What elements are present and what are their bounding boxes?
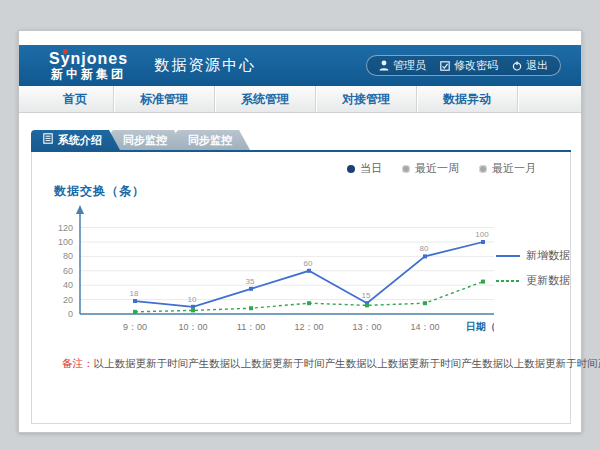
data-point [423, 254, 427, 258]
document-icon [43, 130, 53, 150]
data-point [133, 299, 137, 303]
y-tick-label: 0 [68, 309, 73, 319]
logo-text: Synjones [49, 51, 128, 68]
legend-item-update-data: 更新数据 [496, 273, 570, 288]
legend-line-solid-icon [496, 253, 520, 259]
data-point [307, 301, 311, 305]
footnote-prefix: 备注： [62, 357, 94, 369]
change-password-label: 修改密码 [454, 58, 498, 73]
data-point [249, 287, 253, 291]
legend-label: 更新数据 [526, 273, 570, 288]
chart-row: 0204060801001201810356015801009：0010：001… [50, 202, 570, 347]
chart-panel: 当日 最近一周 最近一月 数据交换（条） 0204060801001201810… [31, 152, 571, 424]
tab-label: 系统介绍 [58, 130, 102, 150]
tab-sync-monitor-2[interactable]: 同步监控 [176, 130, 250, 150]
data-point [481, 240, 485, 244]
filter-label: 当日 [360, 161, 382, 176]
tab-label: 同步监控 [123, 130, 167, 150]
chart-legend: 新增数据 更新数据 [496, 248, 570, 298]
point-label: 15 [362, 291, 371, 300]
footnote: 备注：以上数据更新于时间产生数据以上数据更新于时间产生数据以上数据更新于时间产生… [32, 357, 570, 371]
power-icon [512, 61, 522, 71]
tab-system-intro[interactable]: 系统介绍 [31, 130, 120, 150]
admin-user[interactable]: 管理员 [379, 58, 426, 73]
point-label: 100 [475, 230, 489, 239]
tab-sync-monitor-1[interactable]: 同步监控 [111, 130, 185, 150]
point-label: 80 [420, 244, 429, 253]
data-point [423, 301, 427, 305]
main-nav: 首页 标准管理 系统管理 对接管理 数据异动 [19, 86, 581, 113]
logo: Synjones 新中新集团 [49, 51, 128, 80]
y-tick-label: 80 [63, 251, 73, 261]
time-range-filters: 当日 最近一周 最近一月 [32, 152, 570, 176]
data-point [191, 305, 195, 309]
x-tick-label: 10：00 [178, 322, 207, 332]
footnote-text: 以上数据更新于时间产生数据以上数据更新于时间产生数据以上数据更新于时间产生数据以… [94, 357, 600, 369]
page-title: 数据资源中心 [154, 56, 256, 75]
tab-bar: 系统介绍 同步监控 同步监控 [31, 130, 571, 150]
point-label: 60 [304, 259, 313, 268]
data-point [307, 269, 311, 273]
point-label: 35 [246, 277, 255, 286]
nav-item-connect-mgmt[interactable]: 对接管理 [316, 86, 417, 112]
logout-label: 退出 [526, 58, 548, 73]
filter-last-week[interactable]: 最近一周 [402, 161, 459, 176]
nav-item-home[interactable]: 首页 [37, 86, 114, 112]
filter-today[interactable]: 当日 [347, 161, 382, 176]
y-tick-label: 100 [58, 237, 73, 247]
nav-item-standard-mgmt[interactable]: 标准管理 [114, 86, 215, 112]
app-window: Synjones 新中新集团 数据资源中心 管理员 修改密码 退出 [18, 30, 582, 433]
radio-dot [479, 165, 487, 173]
content-area: 系统介绍 同步监控 同步监控 当日 最近一周 [31, 130, 571, 424]
user-icon [379, 60, 389, 71]
point-label: 10 [188, 295, 197, 304]
admin-label: 管理员 [393, 58, 426, 73]
edit-icon [440, 61, 450, 71]
nav-item-data-change[interactable]: 数据异动 [417, 86, 518, 112]
data-point [249, 306, 253, 310]
data-point [481, 280, 485, 284]
data-point [133, 310, 137, 314]
y-tick-label: 60 [63, 266, 73, 276]
legend-item-new-data: 新增数据 [496, 248, 570, 263]
logout-button[interactable]: 退出 [512, 58, 548, 73]
y-axis-title: 数据交换（条） [54, 183, 570, 200]
radio-dot [347, 165, 355, 173]
x-tick-label: 14：00 [410, 322, 439, 332]
header: Synjones 新中新集团 数据资源中心 管理员 修改密码 退出 [19, 45, 581, 86]
x-axis-title: 日期（小时） [466, 321, 494, 332]
logo-subtext: 新中新集团 [49, 68, 128, 81]
y-axis-arrow [76, 205, 84, 214]
user-toolbar: 管理员 修改密码 退出 [366, 55, 561, 76]
logo-accent-dot [63, 49, 68, 54]
change-password-button[interactable]: 修改密码 [440, 58, 498, 73]
filter-label: 最近一月 [492, 161, 536, 176]
nav-item-system-mgmt[interactable]: 系统管理 [215, 86, 316, 112]
filter-last-month[interactable]: 最近一月 [479, 161, 536, 176]
legend-label: 新增数据 [526, 248, 570, 263]
x-tick-label: 11：00 [237, 322, 265, 332]
x-tick-label: 9：00 [123, 322, 147, 332]
y-tick-label: 120 [58, 223, 73, 233]
x-tick-label: 12：00 [294, 322, 323, 332]
legend-line-dashed-icon [496, 278, 520, 284]
y-tick-label: 40 [63, 280, 73, 290]
point-label: 18 [130, 289, 139, 298]
tab-label: 同步监控 [188, 130, 232, 150]
y-tick-label: 20 [63, 295, 73, 305]
x-tick-label: 13：00 [352, 322, 381, 332]
line-chart: 0204060801001201810356015801009：0010：001… [50, 202, 494, 347]
data-point [191, 308, 195, 312]
data-point [365, 303, 369, 307]
filter-label: 最近一周 [415, 161, 459, 176]
radio-dot [402, 165, 410, 173]
